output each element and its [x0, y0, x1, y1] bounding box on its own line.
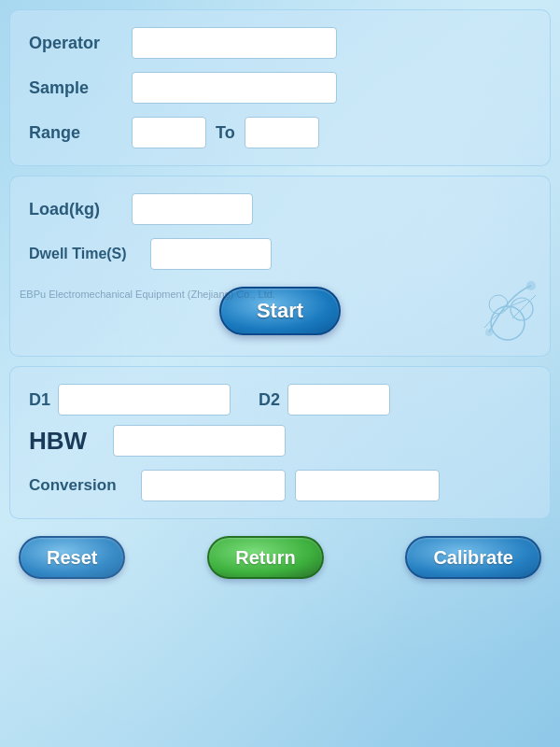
svg-point-0 [491, 306, 525, 340]
conversion-row: Conversion [29, 470, 531, 501]
panel-info: Operator Sample Range To [9, 9, 551, 166]
d1-label: D1 [29, 390, 50, 410]
dwell-label: Dwell Time(S) [29, 246, 150, 262]
reset-button[interactable]: Reset [19, 536, 125, 579]
d-values-row: D1 D2 [29, 384, 531, 416]
load-label: Load(kg) [29, 200, 132, 219]
return-button[interactable]: Return [207, 536, 323, 579]
operator-input[interactable] [132, 27, 337, 59]
svg-point-3 [526, 281, 536, 290]
floral-decoration [461, 267, 545, 351]
range-label: Range [29, 123, 132, 143]
watermark-text: EBPu Electromechanical Equipment (Zhejia… [20, 289, 275, 300]
panel-test: Load(kg) EBPu Electromechanical Equipmen… [9, 176, 551, 357]
conversion-input-1[interactable] [141, 470, 286, 501]
calibrate-button[interactable]: Calibrate [405, 536, 541, 579]
svg-point-1 [511, 298, 533, 320]
dwell-row: Dwell Time(S) [29, 238, 531, 270]
hbw-input[interactable] [113, 425, 286, 457]
to-label: To [216, 123, 235, 143]
operator-label: Operator [29, 34, 132, 53]
load-row: Load(kg) [29, 193, 531, 225]
d1-pair: D1 [29, 384, 231, 416]
d1-input[interactable] [58, 384, 231, 416]
d2-label: D2 [259, 390, 280, 410]
conversion-input-2[interactable] [295, 470, 440, 501]
range-to-input[interactable] [245, 117, 319, 148]
d2-input[interactable] [287, 384, 390, 416]
conversion-label: Conversion [29, 476, 132, 495]
range-from-input[interactable] [132, 117, 206, 148]
hbw-row: HBW [29, 425, 531, 457]
operator-row: Operator [29, 27, 531, 59]
bottom-bar: Reset Return Calibrate [9, 529, 551, 586]
d2-pair: D2 [259, 384, 390, 416]
hbw-label: HBW [29, 427, 113, 456]
load-input[interactable] [132, 193, 253, 225]
panel-results: D1 D2 HBW Conversion [9, 366, 551, 519]
sample-input[interactable] [132, 72, 337, 104]
sample-row: Sample [29, 72, 531, 104]
dwell-input[interactable] [150, 238, 272, 270]
range-row: Range To [29, 117, 531, 148]
svg-point-2 [489, 295, 508, 314]
sample-label: Sample [29, 78, 132, 98]
svg-point-4 [485, 329, 493, 336]
